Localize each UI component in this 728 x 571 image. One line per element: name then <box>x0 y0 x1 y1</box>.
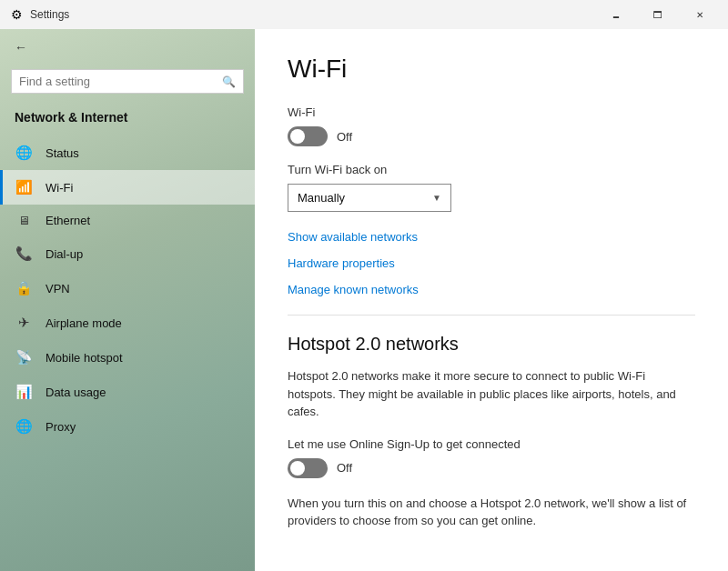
page-title: Wi-Fi <box>288 55 695 84</box>
sidebar-item-label: Mobile hotspot <box>46 351 123 365</box>
maximize-button[interactable]: 🗖 <box>637 0 679 29</box>
app-body: ← 🔍 Network & Internet 🌐 Status 📶 Wi-Fi … <box>0 29 728 571</box>
sidebar-item-label: Wi-Fi <box>46 181 73 195</box>
search-box[interactable]: 🔍 <box>11 69 244 94</box>
hardware-properties-link[interactable]: Hardware properties <box>288 256 695 270</box>
titlebar-left: ⚙ Settings <box>0 7 69 22</box>
mobile-hotspot-icon: 📡 <box>15 349 33 366</box>
sidebar-item-mobile-hotspot[interactable]: 📡 Mobile hotspot <box>0 340 255 375</box>
wifi-toggle-label: Wi-Fi <box>288 105 695 119</box>
data-usage-icon: 📊 <box>15 384 33 400</box>
turn-on-label: Turn Wi-Fi back on <box>288 163 695 176</box>
close-button[interactable]: ✕ <box>679 0 721 29</box>
sidebar-item-label: Dial-up <box>46 247 83 261</box>
wifi-toggle[interactable] <box>288 126 328 146</box>
sidebar-item-label: Proxy <box>46 420 76 434</box>
sidebar-item-label: Data usage <box>46 386 106 399</box>
vpn-icon: 🔒 <box>15 280 33 296</box>
sidebar-item-label: Ethernet <box>46 214 90 227</box>
manage-networks-link[interactable]: Manage known networks <box>288 283 695 296</box>
sidebar-item-dialup[interactable]: 📞 Dial-up <box>0 236 255 271</box>
sidebar-section-title: Network & Internet <box>0 103 255 135</box>
content-area: Wi-Fi Wi-Fi Off Turn Wi-Fi back on Manua… <box>255 29 728 571</box>
sidebar-item-label: Airplane mode <box>46 316 122 330</box>
hotspot-footer-text: When you turn this on and choose a Hotsp… <box>288 495 695 530</box>
sidebar-item-ethernet[interactable]: 🖥 Ethernet <box>0 205 255 236</box>
status-icon: 🌐 <box>15 145 33 161</box>
sidebar-item-wifi[interactable]: 📶 Wi-Fi <box>0 170 255 205</box>
chevron-down-icon: ▼ <box>432 193 441 203</box>
sidebar-item-status[interactable]: 🌐 Status <box>0 135 255 170</box>
sidebar-item-airplane[interactable]: ✈ Airplane mode <box>0 306 255 340</box>
dropdown-value: Manually <box>298 191 345 205</box>
title-bar: ⚙ Settings 🗕 🗖 ✕ <box>0 0 728 29</box>
dialup-icon: 📞 <box>15 245 33 262</box>
hotspot-toggle[interactable] <box>288 458 328 478</box>
dropdown-row: Manually ▼ <box>288 184 695 212</box>
search-input[interactable] <box>19 75 217 88</box>
divider <box>288 315 695 316</box>
minimize-button[interactable]: 🗕 <box>595 0 637 29</box>
wifi-toggle-text: Off <box>337 130 352 144</box>
sidebar-item-proxy[interactable]: 🌐 Proxy <box>0 409 255 444</box>
airplane-icon: ✈ <box>15 315 33 331</box>
wifi-icon: 📶 <box>15 179 33 195</box>
manually-dropdown[interactable]: Manually ▼ <box>288 184 451 212</box>
sidebar: ← 🔍 Network & Internet 🌐 Status 📶 Wi-Fi … <box>0 29 255 571</box>
hotspot-section-title: Hotspot 2.0 networks <box>288 334 695 355</box>
hotspot-toggle-row: Off <box>288 458 695 478</box>
back-button[interactable]: ← <box>0 29 255 65</box>
proxy-icon: 🌐 <box>15 418 33 435</box>
settings-icon: ⚙ <box>11 7 23 22</box>
sidebar-item-data-usage[interactable]: 📊 Data usage <box>0 375 255 409</box>
hotspot-toggle-text: Off <box>337 461 352 475</box>
wifi-toggle-row: Off <box>288 126 695 146</box>
titlebar-controls: 🗕 🗖 ✕ <box>595 0 721 29</box>
search-icon: 🔍 <box>222 75 236 88</box>
hotspot-toggle-label: Let me use Online Sign-Up to get connect… <box>288 437 695 451</box>
sidebar-item-label: VPN <box>46 282 70 296</box>
titlebar-title: Settings <box>30 8 69 21</box>
show-networks-link[interactable]: Show available networks <box>288 230 695 244</box>
ethernet-icon: 🖥 <box>15 214 33 227</box>
back-icon: ← <box>15 40 27 55</box>
hotspot-description: Hotspot 2.0 networks make it more secure… <box>288 367 695 421</box>
sidebar-item-vpn[interactable]: 🔒 VPN <box>0 271 255 306</box>
sidebar-item-label: Status <box>46 146 79 160</box>
